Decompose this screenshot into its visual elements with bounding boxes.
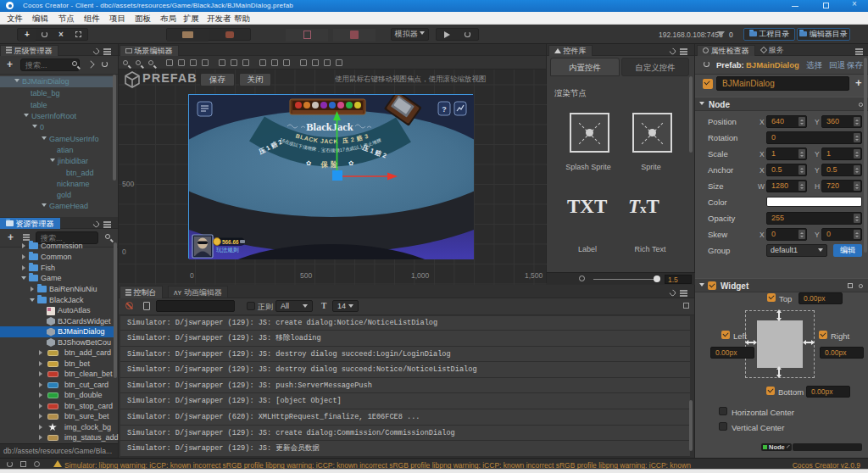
svg-text:玩法规则: 玩法规则 bbox=[216, 247, 239, 253]
svg-text:BlackJack: BlackJack bbox=[306, 121, 353, 133]
svg-text:✿: ✿ bbox=[348, 159, 353, 167]
svg-text:?: ? bbox=[442, 105, 447, 114]
svg-text:✿: ✿ bbox=[306, 159, 311, 167]
svg-text:566.66: 566.66 bbox=[222, 239, 239, 245]
